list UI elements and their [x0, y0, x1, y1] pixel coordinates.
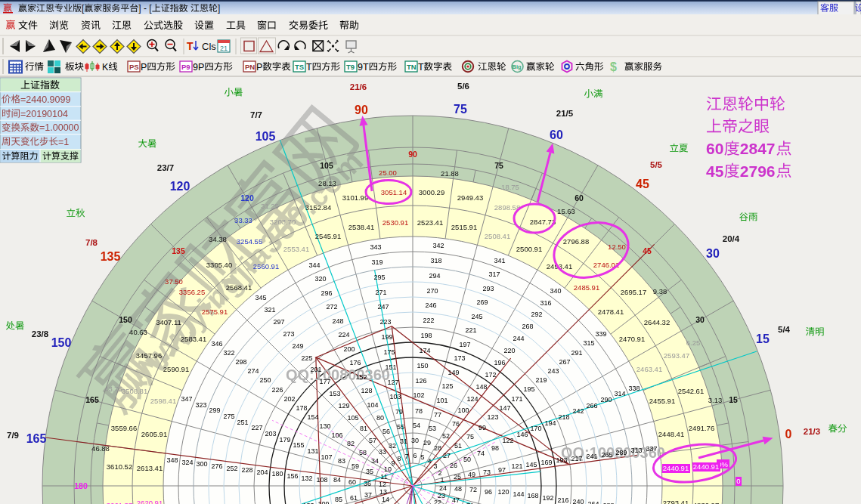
svg-text:339: 339 [595, 330, 606, 338]
svg-text:2949.43: 2949.43 [457, 193, 483, 202]
svg-text:21.88: 21.88 [441, 169, 459, 178]
svg-text:175: 175 [383, 348, 395, 356]
svg-text:132: 132 [301, 475, 312, 482]
svg-text:7: 7 [404, 453, 408, 460]
svg-text:=1: =1 [58, 137, 69, 147]
svg-text:177: 177 [319, 378, 330, 385]
svg-text:79: 79 [395, 408, 403, 416]
svg-text:101: 101 [436, 397, 448, 404]
svg-text:150: 150 [417, 362, 428, 369]
svg-text:266: 266 [586, 402, 597, 410]
svg-text:197: 197 [459, 341, 470, 348]
svg-text:53: 53 [429, 425, 436, 432]
svg-text:75: 75 [494, 161, 503, 170]
svg-text:30: 30 [695, 315, 705, 324]
svg-text:3305.40: 3305.40 [206, 261, 232, 269]
svg-text:72: 72 [469, 486, 477, 493]
svg-text:80: 80 [376, 414, 384, 422]
svg-text:2620.91: 2620.91 [137, 499, 163, 504]
svg-text:241: 241 [586, 453, 597, 460]
svg-text:75: 75 [466, 433, 474, 441]
svg-text:1: 1 [440, 476, 444, 484]
svg-text:23/7: 23/7 [157, 163, 174, 172]
svg-text:105: 105 [256, 130, 276, 143]
svg-text:2568.41: 2568.41 [226, 283, 252, 292]
svg-text:61: 61 [350, 494, 358, 502]
svg-text:9.38: 9.38 [653, 287, 667, 295]
svg-text:18.75: 18.75 [501, 183, 519, 191]
svg-text:252: 252 [226, 465, 237, 472]
svg-text:22: 22 [434, 499, 441, 504]
svg-text:340: 340 [550, 287, 561, 295]
svg-text:151: 151 [385, 363, 396, 371]
svg-text:29: 29 [423, 439, 431, 447]
svg-text:324: 324 [181, 459, 193, 466]
svg-text:99: 99 [479, 424, 486, 431]
svg-text:2796: 2796 [740, 162, 776, 180]
svg-text:106: 106 [331, 431, 342, 439]
svg-text:2545.91: 2545.91 [315, 232, 341, 240]
svg-text:165: 165 [85, 395, 99, 404]
svg-text:5/4: 5/4 [778, 325, 791, 334]
svg-text:35: 35 [366, 468, 373, 475]
svg-text:2695.17: 2695.17 [621, 288, 646, 296]
svg-text:179: 179 [279, 436, 290, 444]
svg-text:223: 223 [379, 318, 391, 326]
svg-text:$: $ [610, 60, 617, 73]
svg-text:21/6: 21/6 [350, 82, 367, 91]
svg-text:148: 148 [475, 383, 487, 391]
svg-text:195: 195 [523, 385, 534, 393]
svg-text:107: 107 [321, 453, 332, 461]
svg-text:125: 125 [441, 382, 453, 390]
svg-text:2590.91: 2590.91 [163, 365, 189, 373]
svg-text:7/7: 7/7 [250, 110, 262, 119]
svg-text:203: 203 [265, 430, 276, 438]
svg-text:46.88: 46.88 [91, 444, 110, 453]
svg-text:221: 221 [465, 326, 476, 334]
svg-text:2478.41: 2478.41 [598, 308, 624, 316]
svg-text:26: 26 [450, 462, 457, 469]
svg-text:7/8: 7/8 [85, 238, 98, 247]
svg-text:145: 145 [525, 461, 537, 468]
svg-text:2491.76: 2491.76 [689, 424, 714, 432]
svg-text:2515.91: 2515.91 [451, 223, 477, 231]
svg-text:28.13: 28.13 [318, 179, 336, 187]
svg-text:224: 224 [338, 331, 349, 339]
svg-text:176: 176 [349, 359, 361, 366]
svg-text:156: 156 [286, 472, 298, 480]
svg-text:2796.88: 2796.88 [563, 237, 589, 246]
svg-text:272: 272 [326, 303, 337, 311]
svg-text:102: 102 [413, 391, 424, 399]
svg-text:343: 343 [370, 243, 381, 251]
svg-text:168: 168 [527, 492, 538, 499]
svg-text:83: 83 [338, 457, 345, 465]
svg-text:290: 290 [600, 396, 612, 404]
svg-text:135: 135 [172, 246, 185, 255]
svg-text:PN: PN [245, 63, 255, 71]
svg-text:37.50: 37.50 [165, 277, 183, 286]
svg-text:25.00: 25.00 [379, 169, 397, 177]
svg-text:216: 216 [557, 496, 568, 504]
svg-text:171: 171 [511, 395, 522, 403]
svg-text:344: 344 [308, 261, 320, 269]
svg-text:10: 10 [384, 465, 392, 473]
svg-text:31: 31 [400, 438, 407, 445]
svg-text:150: 150 [51, 336, 72, 349]
svg-text:3457.96: 3457.96 [136, 351, 162, 360]
svg-text:243: 243 [547, 367, 559, 375]
svg-text:2463.41: 2463.41 [636, 365, 662, 373]
svg-text:275: 275 [223, 413, 234, 420]
svg-text:12.50: 12.50 [608, 243, 626, 251]
svg-text:296: 296 [321, 289, 332, 297]
svg-text:268: 268 [522, 323, 533, 330]
svg-text:21: 21 [220, 45, 228, 52]
svg-text:274: 274 [247, 367, 259, 375]
svg-text:295: 295 [373, 274, 385, 281]
svg-text:78: 78 [415, 407, 423, 415]
svg-text:T: T [187, 40, 194, 52]
svg-text:2485.91: 2485.91 [574, 283, 599, 292]
svg-text:3051.14: 3051.14 [381, 188, 407, 196]
svg-text:24: 24 [439, 484, 447, 492]
svg-text:2538.41: 2538.41 [348, 223, 374, 231]
svg-text:240: 240 [572, 498, 584, 504]
